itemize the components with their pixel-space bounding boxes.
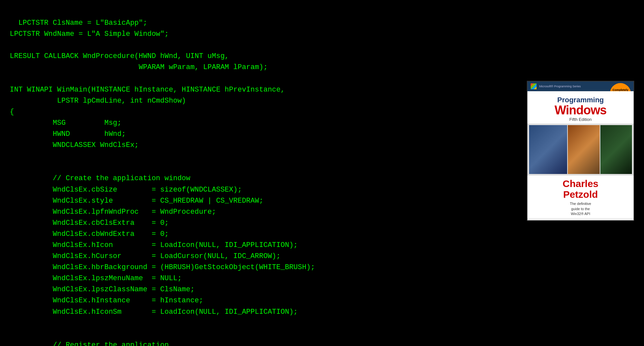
series-text: Microsoft® Programming Series (539, 85, 581, 88)
ms-logo-icon (531, 83, 537, 89)
code-line-23: WndClsEx.lpszMenuName = NULL; (10, 274, 182, 282)
code-line-25: WndClsEx.hInstance = hInstance; (10, 296, 203, 305)
code-line-24: WndClsEx.lpszClassName = ClsName; (10, 285, 195, 294)
code-line-7: INT WINAPI WinMain(HINSTANCE hInstance, … (10, 86, 285, 94)
book-body: Programming Windows Fifth Edition Charle… (527, 91, 634, 220)
code-line-26: WndClsEx.hIconSm = LoadIcon(NULL, IDI_AP… (10, 308, 298, 316)
book-title-windows: Windows (532, 104, 629, 116)
code-line-20: WndClsEx.hIcon = LoadIcon(NULL, IDI_APPL… (10, 241, 298, 249)
code-line-12: WNDCLASSEX WndClsEx; (10, 141, 139, 149)
code-line-10: MSG Msg; (10, 119, 121, 127)
book-images (527, 123, 634, 176)
code-line-16: WndClsEx.style = CS_HREDRAW | CS_VREDRAW… (10, 197, 263, 205)
book-title-area: Programming Windows Fifth Edition (527, 91, 634, 123)
code-line-19: WndClsEx.cbWndExtra = 0; (10, 230, 169, 238)
book-cover: Microsoft® Programming Series Completely… (527, 81, 634, 221)
book-edition: Fifth Edition (532, 117, 629, 122)
code-line-28: // Register the application (10, 341, 169, 346)
code-line-2: LPCTSTR WndName = L"A Simple Window"; (10, 30, 169, 38)
book-image-secondary1 (568, 125, 600, 174)
book-image-secondary2 (600, 125, 632, 174)
author-last-name: Petzold (532, 189, 629, 200)
author-section: Charles Petzold The definitive guide to … (527, 176, 634, 218)
subtitle-line1: The definitive (570, 202, 591, 206)
subtitle-line3: Win32® API (571, 212, 590, 216)
code-line-9: { (10, 108, 14, 116)
code-line-5: WPARAM wParam, LPARAM lParam); (10, 63, 268, 71)
code-line-15: WndClsEx.cbSize = sizeof(WNDCLASSEX); (10, 186, 242, 194)
book-subtitle: The definitive guide to the Win32® API (532, 201, 629, 216)
book-title-programming: Programming (532, 96, 629, 104)
code-line-14: // Create the application window (10, 174, 190, 182)
code-line-4: LRESULT CALLBACK WndProcedure(HWND hWnd,… (10, 52, 229, 60)
code-line-1: LPCTSTR ClsName = L"BasicApp"; (18, 19, 147, 27)
subtitle-line2: guide to the (571, 207, 590, 211)
book-header: Microsoft® Programming Series Completely… (527, 81, 634, 91)
author-first-name: Charles (532, 178, 629, 189)
code-line-11: HWND hWnd; (10, 130, 126, 138)
code-line-8: LPSTR lpCmdLine, int nCmdShow) (10, 97, 186, 105)
book-image-main (529, 125, 567, 174)
code-line-17: WndClsEx.lpfnWndProc = WndProcedure; (10, 208, 216, 216)
code-line-21: WndClsEx.hCursor = LoadCursor(NULL, IDC_… (10, 252, 281, 260)
code-line-18: WndClsEx.cbClsExtra = 0; (10, 219, 169, 227)
code-line-22: WndClsEx.hbrBackground = (HBRUSH)GetStoc… (10, 263, 315, 271)
